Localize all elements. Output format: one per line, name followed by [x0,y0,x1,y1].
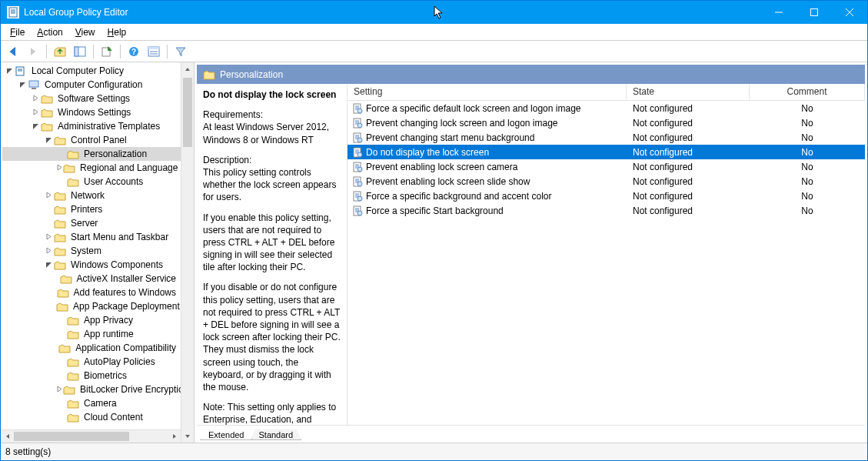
tree-control-panel[interactable]: Control Panel [2,133,181,147]
setting-row[interactable]: Force a specific default lock screen and… [348,101,865,115]
expand-icon[interactable] [56,164,63,172]
tree-wc-item[interactable]: BitLocker Drive Encryption [2,382,181,396]
tree-wc-item[interactable]: AutoPlay Policies [2,355,181,369]
tree-item-label: App Privacy [82,315,135,326]
svg-point-61 [358,211,362,215]
collapse-icon[interactable] [30,122,41,131]
scroll-right-icon[interactable] [168,430,181,443]
folder-icon [54,218,66,229]
breadcrumb: Personalization [220,69,283,80]
tree-wc-item[interactable]: Camera [2,396,181,410]
collapse-icon[interactable] [4,67,15,75]
tree-network[interactable]: Network [2,189,181,202]
folder-icon [67,398,79,409]
tree-horizontal-scrollbar[interactable] [1,429,181,443]
description-text: If you enable this policy setting, users… [203,212,341,274]
tree-wc-item[interactable]: Application Compatibility [2,341,181,355]
tree-wc-item[interactable]: App Package Deployment [2,299,181,313]
titlebar[interactable]: Local Group Policy Editor [1,1,867,24]
svg-rect-20 [29,81,38,87]
tree-item-label: App Package Deployment [72,301,181,312]
tree-wc-item[interactable]: Cloud Content [2,410,181,424]
column-header-comment[interactable]: Comment [750,84,865,100]
tree-administrative-templates[interactable]: Administrative Templates [2,119,181,133]
collapse-icon[interactable] [43,136,54,145]
tab-extended[interactable]: Extended [200,429,252,440]
expand-icon[interactable] [56,386,63,394]
setting-comment: No [750,147,865,158]
setting-row[interactable]: Force a specific Start backgroundNot con… [348,203,865,218]
collapse-icon[interactable] [43,261,54,269]
policy-icon [352,103,363,114]
tree-system[interactable]: System [2,244,181,258]
setting-row[interactable]: Prevent enabling lock screen cameraNot c… [348,159,865,174]
help-button[interactable]: ? [125,43,143,60]
scroll-thumb[interactable] [183,78,192,147]
scroll-up-icon[interactable] [181,62,194,75]
column-header-state[interactable]: State [627,84,750,100]
menu-file[interactable]: File [4,25,31,39]
requirements-label: Requirements: [203,109,263,120]
expand-icon[interactable] [43,247,54,256]
tree-windows-settings[interactable]: Windows Settings [2,105,181,119]
tree-view[interactable]: Local Computer PolicyComputer Configurat… [1,62,181,443]
tree-personalization[interactable]: Personalization [2,147,181,161]
tree-server[interactable]: Server [2,216,181,230]
tree-root[interactable]: Local Computer Policy [2,64,181,78]
tree-item-label: Local Computer Policy [30,65,125,76]
expand-icon[interactable] [30,109,41,117]
svg-point-36 [358,138,362,142]
setting-row[interactable]: Prevent changing lock screen and logon i… [348,115,865,130]
menu-view[interactable]: View [69,25,101,39]
show-hide-tree-button[interactable] [71,43,89,60]
back-button[interactable] [4,43,22,60]
setting-state: Not configured [627,162,750,172]
tree-wc-item[interactable]: ActiveX Installer Service [2,272,181,286]
minimize-button[interactable] [761,1,796,24]
tree-regional-language[interactable]: Regional and Language Options [2,161,181,175]
tree-wc-item[interactable]: Add features to Windows [2,286,181,299]
tree-item-label: App runtime [82,329,135,339]
setting-comment: No [750,118,865,129]
setting-row[interactable]: Prevent enabling lock screen slide showN… [348,174,865,189]
setting-comment: No [750,191,865,202]
setting-row[interactable]: Prevent changing start menu backgroundNo… [348,130,865,145]
expand-icon[interactable] [30,95,41,103]
tree-user-accounts[interactable]: User Accounts [2,175,181,189]
setting-comment: No [750,205,865,216]
tree-wc-item[interactable]: Biometrics [2,369,181,382]
svg-rect-9 [75,47,78,56]
tree-wc-item[interactable]: App runtime [2,327,181,341]
settings-list-pane: Setting State Comment Force a specific d… [348,84,865,425]
tree-start-menu-taskbar[interactable]: Start Menu and Taskbar [2,230,181,244]
collapse-icon[interactable] [17,81,28,89]
tree-windows-components[interactable]: Windows Components [2,258,181,272]
tree-vertical-scrollbar[interactable] [181,62,194,443]
setting-row[interactable]: Do not display the lock screenNot config… [348,145,865,159]
tree-computer-configuration[interactable]: Computer Configuration [2,78,181,92]
menu-help[interactable]: Help [101,25,133,39]
scroll-down-icon[interactable] [181,429,194,443]
settings-list[interactable]: Force a specific default lock screen and… [348,101,865,425]
filter-button[interactable] [171,43,190,60]
column-header-setting[interactable]: Setting [348,84,627,100]
forward-button[interactable] [24,43,42,60]
properties-button[interactable] [145,43,163,60]
export-button[interactable] [98,43,116,60]
scroll-thumb[interactable] [14,432,129,441]
expand-icon[interactable] [43,233,54,242]
svg-text:?: ? [131,48,136,56]
tree-printers[interactable]: Printers [2,202,181,216]
scroll-left-icon[interactable] [1,430,14,443]
tree-item-label: Cloud Content [82,412,145,423]
tree-wc-item[interactable]: App Privacy [2,313,181,327]
up-button[interactable] [51,43,69,60]
tree-software-settings[interactable]: Software Settings [2,92,181,105]
menu-action[interactable]: Action [31,25,68,39]
maximize-button[interactable] [796,1,832,24]
expand-icon[interactable] [43,192,54,200]
setting-state: Not configured [627,132,750,143]
close-button[interactable] [832,1,867,24]
setting-row[interactable]: Force a specific background and accent c… [348,189,865,203]
tab-standard[interactable]: Standard [250,429,301,440]
